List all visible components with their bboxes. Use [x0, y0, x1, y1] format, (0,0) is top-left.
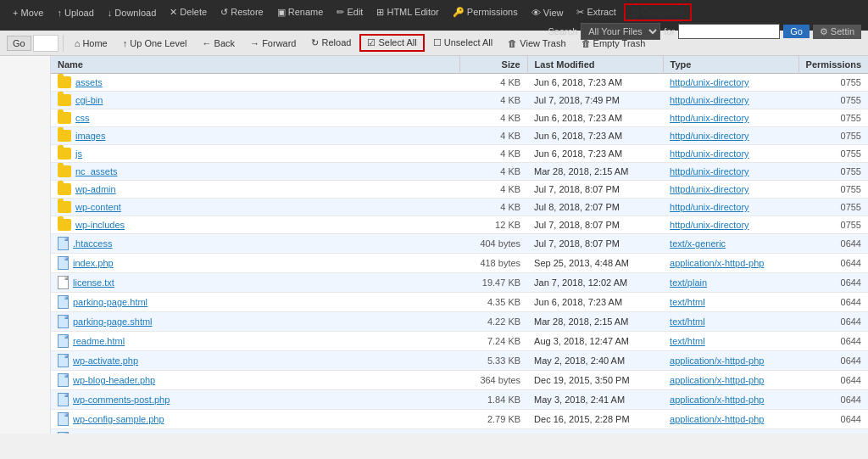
table-row[interactable]: parking-page.html4.35 KBJun 6, 2018, 7:2…	[51, 293, 868, 312]
file-type-cell[interactable]: httpd/unix-directory	[663, 199, 798, 216]
table-row[interactable]: images4 KBJun 6, 2018, 7:23 AMhttpd/unix…	[51, 127, 868, 145]
file-name-cell: wp-config-sample.php	[51, 410, 459, 428]
html-editor-btn[interactable]: ⊞ HTML Editor	[370, 4, 444, 20]
table-row[interactable]: nc_assets4 KBMar 28, 2018, 2:15 AMhttpd/…	[51, 163, 868, 181]
edit-btn[interactable]: ✏ Edit	[331, 4, 369, 20]
download-btn[interactable]: ↓ Download	[102, 5, 162, 20]
file-name-text[interactable]: wp-comments-post.php	[73, 395, 170, 405]
table-row[interactable]: wp-activate.php5.33 KBMay 2, 2018, 2:40 …	[51, 351, 868, 371]
file-name-cell: wp-comments-post.php	[51, 390, 459, 409]
file-name-text[interactable]: parking-page.html	[73, 297, 147, 307]
file-modified-cell: Mar 28, 2018, 2:15 AM	[527, 163, 663, 181]
table-row[interactable]: wp-comments-post.php1.84 KBMay 3, 2018, …	[51, 390, 868, 410]
file-type-cell[interactable]: application/x-httpd-php	[663, 390, 798, 410]
table-row[interactable]: wp-config-sample.php2.79 KBDec 16, 2015,…	[51, 410, 868, 429]
file-name-text[interactable]: wp-includes	[75, 220, 125, 230]
file-name-text[interactable]: wp-activate.php	[73, 355, 138, 366]
view-btn[interactable]: 👁 View	[526, 5, 570, 20]
file-icon	[58, 276, 69, 289]
file-name-text[interactable]: css	[75, 113, 90, 123]
file-name-text[interactable]: wp-content	[75, 202, 121, 212]
col-size[interactable]: Size	[459, 56, 527, 74]
table-row[interactable]: css4 KBJun 6, 2018, 7:23 AMhttpd/unix-di…	[51, 109, 868, 127]
file-type-cell[interactable]: text/html	[663, 312, 798, 332]
table-row[interactable]: index.php418 bytesSep 25, 2013, 4:48 AMa…	[51, 254, 868, 273]
restore-btn[interactable]: ↺ Restore	[214, 4, 270, 20]
unselect-all-btn[interactable]: ☐ Unselect All	[426, 35, 500, 51]
file-type-cell[interactable]: application/x-httpd-php	[663, 429, 798, 434]
table-row[interactable]: cgi-bin4 KBJul 7, 2018, 7:49 PMhttpd/uni…	[51, 92, 868, 109]
go-input[interactable]	[33, 35, 58, 52]
file-name-text[interactable]: license.txt	[73, 277, 114, 288]
col-type[interactable]: Type	[663, 56, 798, 74]
file-type-cell[interactable]: httpd/unix-directory	[663, 74, 798, 92]
file-type-cell[interactable]: text/html	[663, 293, 798, 312]
table-row[interactable]: wp-includes12 KBJul 7, 2018, 8:07 PMhttp…	[51, 216, 868, 234]
file-type-cell[interactable]: text/plain	[663, 273, 798, 293]
up-level-btn[interactable]: ↑ Up One Level	[116, 36, 194, 51]
file-type-cell[interactable]: httpd/unix-directory	[663, 145, 798, 163]
empty-trash-btn[interactable]: 🗑 Empty Trash	[575, 36, 653, 51]
search-input[interactable]	[678, 24, 780, 39]
file-type-cell[interactable]: httpd/unix-directory	[663, 181, 798, 199]
file-name-text[interactable]: cgi-bin	[75, 95, 103, 105]
file-type-cell[interactable]: httpd/unix-directory	[663, 92, 798, 109]
table-row[interactable]: wp-content4 KBJul 8, 2018, 2:07 PMhttpd/…	[51, 199, 868, 216]
table-row[interactable]: readme.html7.24 KBAug 3, 2018, 12:47 AMt…	[51, 332, 868, 351]
settings-btn[interactable]: ⚙ Settin	[813, 25, 861, 39]
table-row[interactable]: wp-blog-header.php364 bytesDec 19, 2015,…	[51, 371, 868, 390]
file-type-cell[interactable]: application/x-httpd-php	[663, 254, 798, 273]
file-perms-cell: 0644	[798, 234, 868, 254]
file-name-text[interactable]: index.php	[73, 258, 114, 268]
table-row[interactable]: js4 KBJun 6, 2018, 7:23 AMhttpd/unix-dir…	[51, 145, 868, 163]
move-btn[interactable]: + Move	[7, 5, 49, 20]
file-name-text[interactable]: wp-blog-header.php	[73, 375, 155, 385]
forward-btn[interactable]: → Forward	[243, 36, 303, 51]
extract-btn[interactable]: ✂ Extract	[570, 4, 621, 20]
search-go-btn[interactable]: Go	[783, 25, 810, 38]
rename-btn[interactable]: ▣ Rename	[271, 4, 330, 20]
table-row[interactable]: license.txt19.47 KBJan 7, 2018, 12:02 AM…	[51, 273, 868, 293]
delete-btn[interactable]: ✕ Delete	[164, 4, 213, 20]
back-btn[interactable]: ← Back	[196, 36, 242, 51]
file-name-cell: css	[51, 109, 459, 126]
col-perms[interactable]: Permissions	[798, 56, 868, 74]
home-btn[interactable]: ⌂ Home	[68, 36, 114, 51]
file-name-text[interactable]: assets	[75, 77, 103, 87]
search-for-label: for	[664, 26, 675, 36]
file-name-text[interactable]: js	[75, 148, 82, 159]
select-all-btn[interactable]: ☑ Select All	[359, 34, 424, 52]
file-type-cell[interactable]: text/html	[663, 332, 798, 351]
file-type-cell[interactable]: application/x-httpd-php	[663, 351, 798, 371]
file-type-cell[interactable]: httpd/unix-directory	[663, 163, 798, 181]
permissions-btn[interactable]: 🔑 Permissions	[447, 4, 524, 20]
file-name-cell: license.txt	[51, 273, 459, 292]
file-name-text[interactable]: .htaccess	[73, 238, 112, 249]
file-name-text[interactable]: readme.html	[73, 336, 125, 346]
file-type-cell[interactable]: httpd/unix-directory	[663, 216, 798, 234]
compress-btn[interactable]: ⊡ Compress	[624, 3, 692, 21]
go-input-btn[interactable]: Go	[7, 36, 31, 51]
file-type-cell[interactable]: application/x-httpd-php	[663, 371, 798, 390]
view-trash-btn[interactable]: 🗑 View Trash	[501, 36, 572, 51]
table-row[interactable]: wp-config.php3.26 KBJul 7, 2018, 8:07 PM…	[51, 429, 868, 434]
table-row[interactable]: assets4 KBJun 6, 2018, 7:23 AMhttpd/unix…	[51, 74, 868, 92]
folder-icon	[58, 183, 71, 195]
file-name-text[interactable]: parking-page.shtml	[73, 316, 153, 327]
file-list-container[interactable]: Name Size Last Modified Type Permissions…	[51, 56, 868, 434]
table-row[interactable]: .htaccess404 bytesJul 7, 2018, 8:07 PMte…	[51, 234, 868, 254]
table-row[interactable]: parking-page.shtml4.22 KBMar 28, 2018, 2…	[51, 312, 868, 332]
file-type-cell[interactable]: application/x-httpd-php	[663, 410, 798, 429]
file-type-cell[interactable]: httpd/unix-directory	[663, 109, 798, 127]
upload-btn[interactable]: ↑ Upload	[51, 5, 99, 20]
file-name-text[interactable]: nc_assets	[75, 166, 118, 176]
reload-btn[interactable]: ↻ Reload	[304, 35, 358, 51]
file-name-text[interactable]: images	[75, 131, 105, 141]
file-type-cell[interactable]: text/x-generic	[663, 234, 798, 254]
file-type-cell[interactable]: httpd/unix-directory	[663, 127, 798, 145]
col-name[interactable]: Name	[51, 56, 459, 74]
table-row[interactable]: wp-admin4 KBJul 7, 2018, 8:07 PMhttpd/un…	[51, 181, 868, 199]
file-name-text[interactable]: wp-admin	[75, 184, 116, 194]
file-name-text[interactable]: wp-config-sample.php	[73, 414, 164, 424]
col-modified[interactable]: Last Modified	[527, 56, 663, 74]
